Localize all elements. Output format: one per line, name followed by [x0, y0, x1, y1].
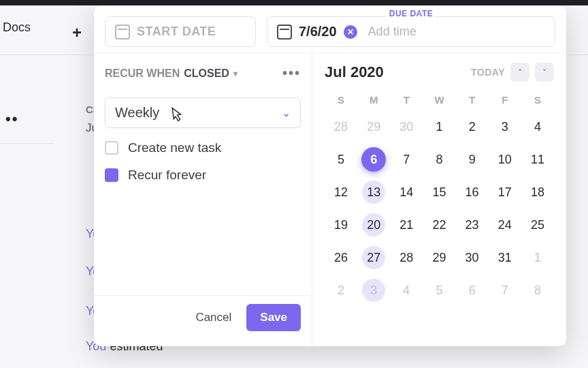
calendar-day[interactable]: 4 — [521, 115, 554, 138]
checkbox-checked-icon — [105, 168, 118, 182]
calendar-day[interactable]: 12 — [325, 181, 357, 204]
calendar-grid: 2829301234567891011121314151617181920212… — [325, 115, 554, 302]
footer: Cancel Save — [94, 295, 312, 339]
divider — [0, 143, 54, 144]
calendar-icon — [277, 25, 292, 40]
calendar-day[interactable]: 27 — [357, 246, 390, 269]
docs-tab[interactable]: Docs — [3, 20, 31, 35]
close-icon: ✕ — [347, 27, 354, 37]
cancel-button[interactable]: Cancel — [187, 305, 240, 330]
dow-label: T — [456, 94, 489, 106]
calendar-day[interactable]: 4 — [390, 279, 423, 302]
calendar-day[interactable]: 13 — [357, 181, 390, 204]
calendar-day[interactable]: 24 — [489, 213, 521, 236]
option-label: Recur forever — [128, 168, 206, 183]
calendar-month-label: Jul 2020 — [325, 63, 384, 81]
calendar-day[interactable]: 30 — [456, 246, 489, 269]
calendar-day[interactable]: 5 — [423, 279, 455, 302]
calendar-day[interactable]: 21 — [390, 213, 423, 236]
calendar-day[interactable]: 7 — [489, 279, 521, 302]
date-input-row: START DATE DUE DATE 7/6/20 ✕ Add time — [94, 5, 566, 52]
calendar-day[interactable]: 29 — [423, 246, 455, 269]
recur-forever-option[interactable]: Recur forever — [105, 168, 301, 183]
frequency-value: Weekly — [115, 105, 159, 121]
calendar-day[interactable]: 20 — [357, 213, 390, 236]
add-time-button[interactable]: Add time — [368, 25, 416, 39]
dow-label: W — [423, 94, 455, 106]
date-recurrence-popover: START DATE DUE DATE 7/6/20 ✕ Add time RE… — [94, 5, 566, 346]
calendar-day[interactable]: 6 — [456, 279, 489, 302]
recur-status: CLOSED — [184, 67, 229, 80]
popover-body: RECUR WHEN CLOSED ▾ ••• Weekly ⌄ Create … — [94, 52, 566, 346]
calendar-day[interactable]: 28 — [390, 246, 423, 269]
calendar-day[interactable]: 3 — [357, 279, 390, 302]
cursor-pointer-icon — [167, 106, 184, 129]
chevron-down-icon: ˅ — [542, 67, 547, 78]
calendar-day[interactable]: 31 — [489, 246, 521, 269]
chevron-up-icon: ˄ — [518, 67, 523, 78]
frequency-select[interactable]: Weekly ⌄ — [105, 97, 301, 128]
calendar-icon — [115, 25, 130, 40]
recurrence-panel: RECUR WHEN CLOSED ▾ ••• Weekly ⌄ Create … — [94, 53, 312, 346]
calendar-day[interactable]: 10 — [489, 148, 521, 171]
recur-more-icon[interactable]: ••• — [282, 65, 301, 81]
calendar-day[interactable]: 26 — [325, 246, 357, 269]
due-date-value: 7/6/20 — [299, 24, 337, 40]
calendar-day[interactable]: 1 — [423, 115, 455, 138]
create-new-task-option[interactable]: Create new task — [105, 140, 301, 155]
checkbox-icon — [105, 141, 118, 155]
calendar-day[interactable]: 8 — [521, 279, 554, 302]
start-date-field[interactable]: START DATE — [105, 16, 256, 47]
chevron-down-icon: ⌄ — [282, 106, 291, 119]
calendar-day[interactable]: 28 — [325, 115, 357, 138]
dow-label: S — [521, 94, 554, 106]
dow-label: F — [489, 94, 521, 106]
calendar-day[interactable]: 2 — [456, 115, 489, 138]
recur-prefix: RECUR WHEN — [105, 67, 180, 80]
due-date-field[interactable]: DUE DATE 7/6/20 ✕ Add time — [267, 16, 555, 47]
calendar-day[interactable]: 8 — [423, 148, 455, 171]
calendar-day[interactable]: 5 — [325, 148, 357, 171]
calendar-day[interactable]: 18 — [521, 181, 554, 204]
calendar-day[interactable]: 1 — [521, 246, 554, 269]
start-date-placeholder: START DATE — [137, 25, 216, 39]
dow-label: S — [325, 94, 357, 106]
next-month-button[interactable]: ˅ — [535, 63, 554, 82]
calendar-day[interactable]: 2 — [325, 279, 357, 302]
dow-label: T — [390, 94, 423, 106]
calendar-day[interactable]: 30 — [390, 115, 423, 138]
calendar-day[interactable]: 16 — [456, 181, 489, 204]
calendar-dow-row: SMTWTFS — [325, 94, 554, 106]
calendar-day[interactable]: 9 — [456, 148, 489, 171]
calendar-day[interactable]: 15 — [423, 181, 455, 204]
save-button[interactable]: Save — [246, 304, 301, 331]
calendar-day[interactable]: 29 — [357, 115, 390, 138]
prev-month-button[interactable]: ˄ — [510, 63, 529, 82]
recur-trigger-select[interactable]: RECUR WHEN CLOSED ▾ ••• — [105, 65, 301, 81]
calendar-panel: Jul 2020 TODAY ˄ ˅ SMTWTFS 2829301234567… — [312, 53, 566, 346]
calendar-day[interactable]: 11 — [521, 148, 554, 171]
calendar-day[interactable]: 7 — [390, 148, 423, 171]
calendar-day[interactable]: 23 — [456, 213, 489, 236]
calendar-day[interactable]: 17 — [489, 181, 521, 204]
calendar-day[interactable]: 25 — [521, 213, 554, 236]
clear-due-date-button[interactable]: ✕ — [344, 25, 357, 39]
option-label: Create new task — [128, 140, 221, 155]
dow-label: M — [357, 94, 390, 106]
calendar-day[interactable]: 14 — [390, 181, 423, 204]
calendar-day[interactable]: 3 — [489, 115, 521, 138]
calendar-header: Jul 2020 TODAY ˄ ˅ — [325, 63, 554, 82]
app-topbar — [0, 0, 588, 5]
calendar-day[interactable]: 6 — [357, 148, 390, 171]
more-dots-icon[interactable]: •• — [5, 110, 18, 128]
due-date-label: DUE DATE — [387, 9, 436, 18]
calendar-day[interactable]: 22 — [423, 213, 455, 236]
calendar-day[interactable]: 19 — [325, 213, 357, 236]
chevron-down-icon: ▾ — [233, 69, 238, 78]
add-tab-icon[interactable]: + — [72, 23, 82, 42]
today-button[interactable]: TODAY — [471, 67, 505, 78]
